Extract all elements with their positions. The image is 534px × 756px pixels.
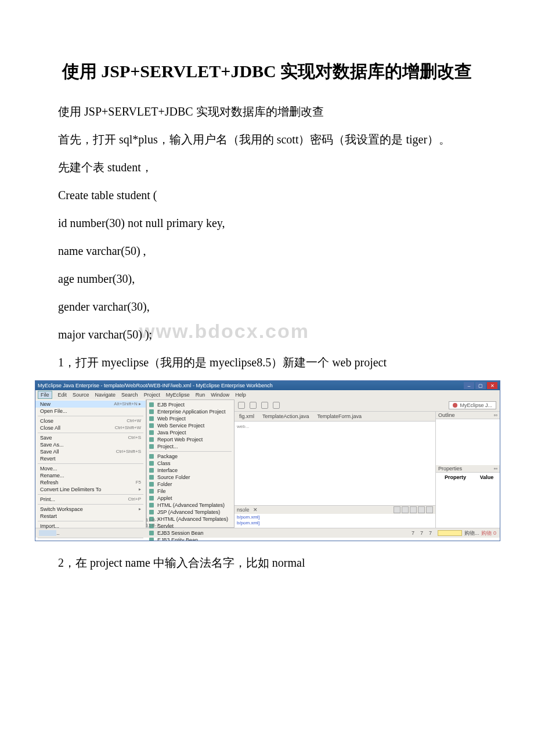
menu-project[interactable]: Project (144, 392, 160, 398)
new-menu-item[interactable]: Java Project (147, 429, 234, 436)
console-toolbar-icon[interactable] (394, 506, 400, 513)
console-toolbar-icon[interactable] (418, 506, 425, 513)
file-menu-item[interactable]: Close AllCtrl+Shift+W (35, 424, 146, 431)
sql-line-1: Create table student ( (35, 185, 499, 205)
sql-line-6: major varchar(50) ); (35, 325, 499, 344)
file-menu-item[interactable]: Import... (35, 523, 146, 530)
menu-navigate[interactable]: Navigate (95, 392, 116, 398)
new-menu-item[interactable]: EJB3 Session Bean (147, 530, 234, 537)
intro-para: 使用 JSP+SERVLET+JDBC 实现对数据库的增删改查 (35, 102, 499, 121)
new-menu-item[interactable]: Project... (147, 443, 234, 450)
minimize-icon[interactable]: – (464, 382, 474, 389)
status-col: 7 (412, 530, 414, 536)
menu-myeclipse[interactable]: MyEclipse (166, 392, 190, 398)
close-icon[interactable]: ✕ (487, 382, 497, 389)
file-menu-item[interactable]: CloseCtrl+W (35, 417, 146, 424)
menu-file[interactable]: File (38, 391, 52, 399)
new-menu-item[interactable]: HTML (Advanced Templates) (147, 502, 234, 509)
panel-controls-icon[interactable]: ▫▫ (494, 466, 497, 471)
menu-source[interactable]: Source (73, 392, 89, 398)
toolbar-icon[interactable] (238, 402, 245, 409)
status-col: 7 (429, 530, 432, 536)
toolbar-icon[interactable] (273, 402, 280, 409)
console-toolbar-icon[interactable] (426, 506, 433, 513)
outline-panel[interactable]: Outline ▫▫ Properties ▫▫ Property (435, 412, 500, 528)
perspective-switcher[interactable]: MyEclipse J... (449, 401, 496, 409)
properties-title: Properties (438, 466, 462, 471)
new-menu-item[interactable]: Folder (147, 481, 234, 488)
new-menu-item[interactable]: EJB3 Entity Bean (147, 537, 234, 541)
new-submenu[interactable]: EJB ProjectEnterprise Application Projec… (146, 399, 234, 528)
status-col: 7 (420, 530, 423, 536)
new-menu-item[interactable]: Web Service Project (147, 422, 234, 429)
perspective-label: MyEclipse J... (460, 402, 492, 408)
perspective-icon (453, 403, 457, 408)
status-left-icon (39, 530, 56, 536)
doc-title: 使用 JSP+SERVLET+JDBC 实现对数据库的增删改查 (35, 58, 499, 84)
console-toolbar-icon[interactable] (402, 506, 409, 513)
menu-window[interactable]: Window (211, 392, 229, 398)
maximize-icon[interactable]: ▢ (475, 382, 486, 389)
new-menu-item[interactable]: Class (147, 460, 234, 467)
editor-tab[interactable]: fig.xml (237, 413, 257, 419)
sql-line-5: gender varchar(30), (35, 297, 499, 316)
new-menu-item[interactable]: Applet (147, 495, 234, 502)
sql-line-4: age number(30), (35, 269, 499, 289)
menu-run[interactable]: Run (196, 392, 205, 398)
prop-col-property: Property (437, 474, 474, 481)
menu-help[interactable]: Help (235, 392, 246, 398)
toolbar-icon[interactable] (250, 402, 257, 409)
file-menu-item[interactable]: Switch Workspace▸ (35, 506, 146, 513)
toolbar-icon[interactable] (261, 402, 268, 409)
new-menu-item[interactable]: XHTML (Advanced Templates) (147, 516, 234, 523)
file-menu-item[interactable]: Save As... (35, 441, 146, 448)
sql-line-3: name varchar(50) , (35, 241, 499, 261)
file-menu-item[interactable]: PropertiesAlt+Enter (35, 539, 146, 541)
new-menu-item[interactable]: EJB Project (147, 401, 234, 408)
console-panel[interactable]: nsole ✕ (234, 505, 435, 528)
menu-edit[interactable]: Edit (58, 392, 67, 398)
panel-controls-icon[interactable]: ▫▫ (494, 412, 497, 418)
file-menu-item[interactable]: Print...Ctrl+P (35, 496, 146, 503)
step-1: 1，打开 myeclipse（我用的是 myeclipse8.5）新建一个 we… (35, 352, 499, 372)
new-menu-item[interactable]: Interface (147, 467, 234, 474)
file-menu-item[interactable]: Revert (35, 455, 146, 462)
new-menu-item[interactable]: Servlet (147, 523, 234, 530)
new-menu-item[interactable]: Package (147, 453, 234, 460)
menu-bar[interactable]: File Edit Source Navigate Search Project… (35, 390, 500, 399)
recent-date: 11-8-7 (146, 523, 159, 528)
status-progress: 购物... 购物 0 (438, 530, 496, 537)
step-2: 2，在 project name 中输入合法名字，比如 normal (35, 553, 499, 573)
file-menu-item[interactable]: Save AllCtrl+Shift+S (35, 448, 146, 455)
editor-hint: web... (237, 424, 249, 429)
file-menu-item[interactable]: RefreshF5 (35, 479, 146, 486)
console-toolbar-icon[interactable] (410, 506, 417, 513)
editor-tab[interactable]: TemplateAction.java (260, 413, 312, 419)
file-menu-item[interactable]: NewAlt+Shift+N ▸ (35, 401, 146, 408)
new-menu-item[interactable]: Web Project (147, 415, 234, 422)
file-menu-item[interactable]: Convert Line Delimiters To▸ (35, 486, 146, 493)
prop-col-value: Value (475, 474, 499, 481)
new-menu-item[interactable]: Source Folder (147, 474, 234, 481)
file-menu-item[interactable]: Rename... (35, 472, 146, 479)
file-menu-item[interactable]: Restart (35, 513, 146, 520)
new-menu-item[interactable]: Enterprise Application Project (147, 408, 234, 415)
file-menu-item[interactable]: SaveCtrl+S (35, 434, 146, 441)
file-menu-item[interactable]: Open File... (35, 408, 146, 415)
sql-line-2: id number(30) not null primary key, (35, 213, 499, 233)
editor-area[interactable]: web... (234, 422, 435, 505)
first-para: 首先，打开 sql*plus，输入用户名（我用的 scott）密码（我设置的是 … (35, 129, 499, 149)
window-titlebar[interactable]: MyEclipse Java Enterprise - template/Web… (35, 381, 500, 390)
new-menu-item[interactable]: Report Web Project (147, 436, 234, 443)
new-menu-item[interactable]: File (147, 488, 234, 495)
file-dropdown[interactable]: NewAlt+Shift+N ▸Open File...CloseCtrl+WC… (35, 399, 146, 528)
console-tab[interactable]: nsole (237, 507, 250, 513)
window-title: MyEclipse Java Enterprise - template/Web… (38, 383, 273, 388)
console-output: b/pom.xml] b/pom.xml] (234, 514, 435, 528)
editor-tabs[interactable]: fig.xml TemplateAction.java TemplateForm… (234, 412, 435, 422)
menu-search[interactable]: Search (121, 392, 138, 398)
editor-tab[interactable]: TemplateForm.java (315, 413, 365, 419)
new-menu-item[interactable]: JSP (Advanced Templates) (147, 509, 234, 516)
file-menu-item[interactable]: Move... (35, 465, 146, 472)
toolbar[interactable]: MyEclipse J... (234, 399, 500, 412)
